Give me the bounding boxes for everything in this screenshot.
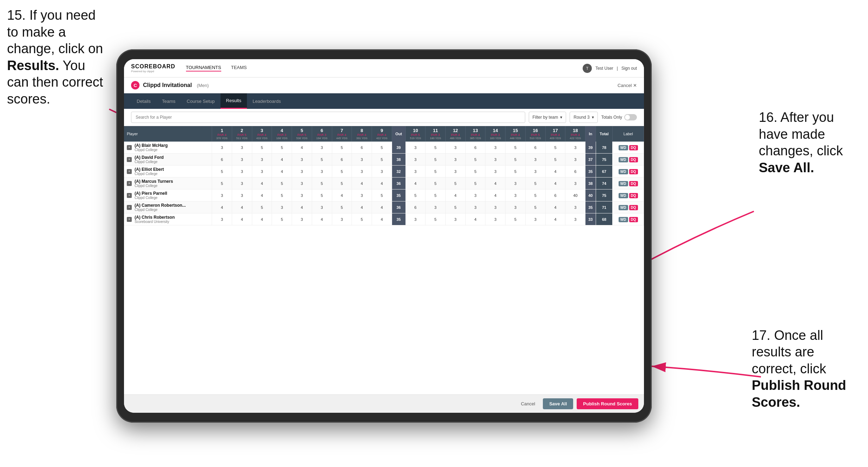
- hole-12-score[interactable]: 3: [446, 166, 466, 178]
- hole-16-score[interactable]: 5: [525, 189, 545, 201]
- save-all-button[interactable]: Save All: [543, 398, 573, 409]
- hole-2-score[interactable]: 3: [232, 189, 252, 201]
- hole-10-score[interactable]: 3: [405, 166, 426, 178]
- hole-18-score[interactable]: 40: [565, 189, 585, 201]
- dq-label[interactable]: DQ: [629, 145, 638, 150]
- hole-3-score[interactable]: 3: [252, 166, 272, 178]
- hole-5-score[interactable]: 3: [292, 213, 312, 225]
- hole-15-score[interactable]: 3: [506, 178, 526, 189]
- hole-18-score[interactable]: 6: [565, 166, 585, 178]
- hole-2-score[interactable]: 3: [232, 142, 252, 154]
- hole-7-score[interactable]: 3: [332, 213, 352, 225]
- hole-13-score[interactable]: 5: [465, 178, 485, 189]
- sort-icon[interactable]: ≡: [127, 205, 132, 210]
- dq-label[interactable]: DQ: [629, 157, 638, 162]
- hole-1-score[interactable]: 6: [212, 154, 232, 166]
- hole-6-score[interactable]: 3: [312, 201, 332, 213]
- hole-8-score[interactable]: 6: [352, 142, 372, 154]
- hole-14-score[interactable]: 3: [485, 154, 506, 166]
- hole-18-score[interactable]: 3: [565, 142, 585, 154]
- cancel-tournament-btn[interactable]: Cancel ✕: [618, 83, 637, 88]
- hole-4-score[interactable]: 4: [272, 166, 292, 178]
- hole-17-score[interactable]: 6: [545, 189, 565, 201]
- cancel-button[interactable]: Cancel: [517, 399, 539, 409]
- hole-12-score[interactable]: 3: [446, 142, 466, 154]
- hole-2-score[interactable]: 3: [232, 166, 252, 178]
- hole-16-score[interactable]: 3: [525, 166, 545, 178]
- hole-12-score[interactable]: 5: [446, 201, 466, 213]
- hole-17-score[interactable]: 5: [545, 154, 565, 166]
- hole-16-score[interactable]: 6: [525, 142, 545, 154]
- hole-3-score[interactable]: 4: [252, 189, 272, 201]
- hole-13-score[interactable]: 5: [465, 166, 485, 178]
- hole-7-score[interactable]: 5: [332, 166, 352, 178]
- hole-14-score[interactable]: 4: [485, 189, 506, 201]
- hole-2-score[interactable]: 3: [232, 178, 252, 189]
- hole-7-score[interactable]: 5: [332, 201, 352, 213]
- tab-details[interactable]: Details: [131, 93, 156, 109]
- hole-3-score[interactable]: 4: [252, 213, 272, 225]
- hole-16-score[interactable]: 5: [525, 178, 545, 189]
- hole-15-score[interactable]: 5: [506, 142, 526, 154]
- hole-13-score[interactable]: 3: [465, 201, 485, 213]
- totals-only-toggle[interactable]: Totals Only: [601, 114, 637, 120]
- hole-12-score[interactable]: 4: [446, 189, 466, 201]
- hole-1-score[interactable]: 4: [212, 201, 232, 213]
- hole-6-score[interactable]: 5: [312, 154, 332, 166]
- hole-8-score[interactable]: 3: [352, 189, 372, 201]
- hole-15-score[interactable]: 3: [506, 189, 526, 201]
- sort-icon[interactable]: ≡: [127, 145, 132, 150]
- hole-10-score[interactable]: 3: [405, 154, 426, 166]
- hole-7-score[interactable]: 6: [332, 154, 352, 166]
- hole-2-score[interactable]: 4: [232, 201, 252, 213]
- hole-5-score[interactable]: 3: [292, 178, 312, 189]
- wd-label[interactable]: WD: [619, 157, 628, 162]
- hole-7-score[interactable]: 5: [332, 178, 352, 189]
- hole-18-score[interactable]: 3: [565, 213, 585, 225]
- hole-16-score[interactable]: 3: [525, 213, 545, 225]
- hole-8-score[interactable]: 4: [352, 178, 372, 189]
- hole-5-score[interactable]: 3: [292, 154, 312, 166]
- tab-leaderboards[interactable]: Leaderboards: [247, 93, 286, 109]
- hole-4-score[interactable]: 5: [272, 142, 292, 154]
- hole-10-score[interactable]: 3: [405, 142, 426, 154]
- wd-label[interactable]: WD: [619, 217, 628, 222]
- hole-17-score[interactable]: 4: [545, 166, 565, 178]
- hole-6-score[interactable]: 3: [312, 166, 332, 178]
- hole-14-score[interactable]: 3: [485, 201, 506, 213]
- hole-8-score[interactable]: 4: [352, 201, 372, 213]
- filter-by-team-dropdown[interactable]: Filter by team ▾: [529, 112, 566, 123]
- sort-icon[interactable]: ≡: [127, 169, 132, 174]
- hole-12-score[interactable]: 3: [446, 213, 466, 225]
- hole-14-score[interactable]: 4: [485, 178, 506, 189]
- hole-2-score[interactable]: 3: [232, 154, 252, 166]
- hole-10-score[interactable]: 5: [405, 189, 426, 201]
- hole-3-score[interactable]: 5: [252, 142, 272, 154]
- hole-6-score[interactable]: 3: [312, 142, 332, 154]
- hole-12-score[interactable]: 5: [446, 178, 466, 189]
- hole-15-score[interactable]: 5: [506, 213, 526, 225]
- tab-teams[interactable]: Teams: [156, 93, 181, 109]
- hole-1-score[interactable]: 3: [212, 189, 232, 201]
- hole-3-score[interactable]: 5: [252, 201, 272, 213]
- hole-7-score[interactable]: 5: [332, 142, 352, 154]
- hole-1-score[interactable]: 3: [212, 142, 232, 154]
- hole-13-score[interactable]: 3: [465, 189, 485, 201]
- hole-2-score[interactable]: 4: [232, 213, 252, 225]
- sort-icon[interactable]: ≡: [127, 193, 132, 198]
- sort-icon[interactable]: ≡: [127, 217, 132, 222]
- hole-4-score[interactable]: 3: [272, 201, 292, 213]
- hole-8-score[interactable]: 3: [352, 154, 372, 166]
- hole-15-score[interactable]: 5: [506, 154, 526, 166]
- hole-17-score[interactable]: 4: [545, 213, 565, 225]
- hole-16-score[interactable]: 3: [525, 154, 545, 166]
- dq-label[interactable]: DQ: [629, 205, 638, 210]
- hole-5-score[interactable]: 3: [292, 189, 312, 201]
- hole-9-score[interactable]: 5: [372, 154, 392, 166]
- wd-label[interactable]: WD: [619, 145, 628, 150]
- hole-11-score[interactable]: 3: [426, 201, 446, 213]
- publish-round-scores-button[interactable]: Publish Round Scores: [577, 398, 638, 409]
- wd-label[interactable]: WD: [619, 205, 628, 210]
- hole-5-score[interactable]: 3: [292, 166, 312, 178]
- nav-tournaments[interactable]: TOURNAMENTS: [186, 65, 221, 71]
